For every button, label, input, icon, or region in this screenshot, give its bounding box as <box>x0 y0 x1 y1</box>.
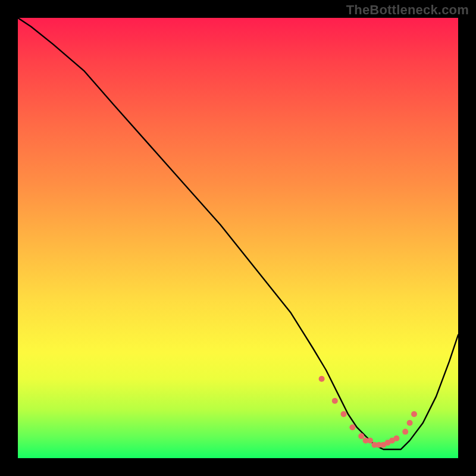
optimal-marker <box>349 424 355 430</box>
optimal-marker <box>367 437 373 443</box>
watermark-label: TheBottleneck.com <box>346 2 469 18</box>
optimal-marker <box>332 398 338 404</box>
optimal-marker <box>319 376 325 382</box>
optimal-marker <box>402 429 408 435</box>
marker-group <box>319 376 417 448</box>
optimal-marker <box>358 433 364 439</box>
chart-frame: TheBottleneck.com <box>0 0 476 476</box>
optimal-marker <box>393 436 399 441</box>
plot-area <box>18 18 458 458</box>
optimal-marker <box>341 411 347 417</box>
bottleneck-curve <box>18 18 458 449</box>
optimal-marker <box>411 411 417 417</box>
optimal-marker <box>407 420 413 426</box>
chart-svg <box>18 18 458 458</box>
